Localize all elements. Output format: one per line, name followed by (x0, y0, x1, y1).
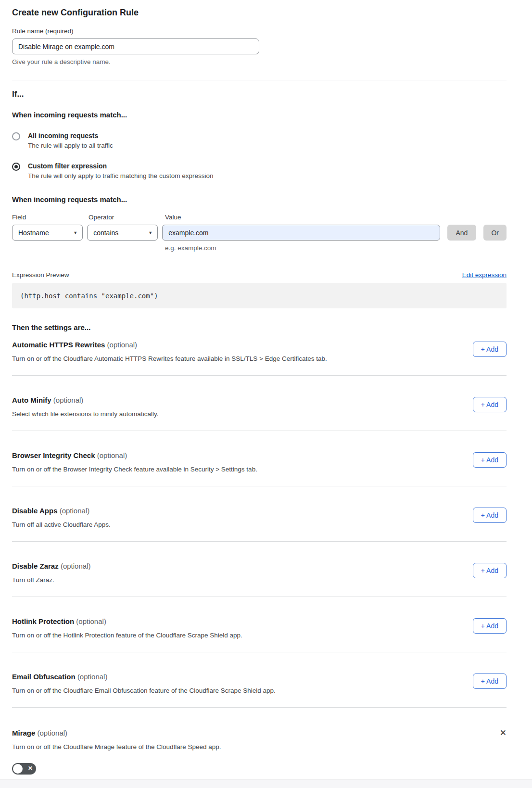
add-button[interactable]: + Add (473, 618, 507, 634)
setting-title: Hotlink Protection (optional) (12, 617, 473, 625)
rule-name-input[interactable] (12, 38, 259, 54)
expression-preview-label: Expression Preview (12, 271, 69, 279)
radio-unselected-icon[interactable] (12, 132, 20, 140)
setting-title: Disable Apps (optional) (12, 507, 473, 515)
setting-row: Automatic HTTPS Rewrites (optional) Turn… (12, 331, 507, 376)
setting-name: Email Obfuscation (12, 673, 76, 681)
add-button[interactable]: + Add (473, 508, 507, 523)
setting-description: Turn on or off the Cloudflare Automatic … (12, 355, 473, 362)
setting-row: Disable Apps (optional) Turn off all act… (12, 486, 507, 542)
setting-optional: (optional) (53, 396, 84, 404)
section-divider (12, 80, 507, 80)
radio-description: The rule will only apply to traffic matc… (28, 172, 213, 179)
settings-list: Automatic HTTPS Rewrites (optional) Turn… (12, 331, 507, 708)
radio-all-incoming-requests[interactable]: All incoming requests The rule will appl… (12, 132, 507, 149)
operator-label: Operator (89, 214, 165, 221)
setting-name: Mirage (12, 729, 35, 737)
setting-title: Email Obfuscation (optional) (12, 673, 473, 681)
setting-title: Browser Integrity Check (optional) (12, 451, 473, 459)
and-button[interactable]: And (447, 225, 477, 241)
setting-description: Turn on or off the Cloudflare Mirage fea… (12, 743, 507, 750)
edit-expression-link[interactable]: Edit expression (462, 271, 507, 279)
value-label: Value (165, 214, 181, 221)
setting-name: Disable Zaraz (12, 562, 59, 570)
setting-name: Auto Minify (12, 396, 51, 404)
radio-label: All incoming requests (28, 132, 113, 140)
create-configuration-rule-page: Create new Configuration Rule Rule name … (0, 0, 532, 788)
rule-name-label: Rule name (required) (12, 27, 507, 35)
toggle-off-icon: ✕ (28, 765, 33, 772)
setting-description: Turn off Zaraz. (12, 576, 473, 584)
chevron-down-icon: ▼ (73, 230, 77, 235)
builder-heading: When incoming requests match... (12, 195, 507, 203)
setting-name: Disable Apps (12, 507, 57, 515)
add-button[interactable]: + Add (473, 563, 507, 578)
if-heading: If... (12, 89, 507, 99)
setting-row: Disable Zaraz (optional) Turn off Zaraz.… (12, 542, 507, 597)
rule-name-help: Give your rule a descriptive name. (12, 58, 507, 65)
field-select-value: Hostname (18, 229, 49, 237)
setting-optional: (optional) (77, 673, 108, 681)
radio-description: The rule will apply to all traffic (28, 142, 113, 149)
expression-text: (http.host contains "example.com") (20, 292, 158, 300)
setting-optional: (optional) (76, 617, 106, 625)
setting-title: Automatic HTTPS Rewrites (optional) (12, 341, 473, 349)
page-title: Create new Configuration Rule (12, 7, 507, 18)
match-heading: When incoming requests match... (12, 111, 507, 119)
setting-row: Hotlink Protection (optional) Turn on or… (12, 597, 507, 652)
operator-select-value: contains (93, 229, 118, 237)
close-icon[interactable]: ✕ (500, 729, 507, 737)
setting-title: Disable Zaraz (optional) (12, 562, 473, 570)
radio-label: Custom filter expression (28, 162, 213, 170)
or-button[interactable]: Or (483, 225, 507, 241)
add-button[interactable]: + Add (473, 674, 507, 689)
radio-custom-filter-expression[interactable]: Custom filter expression The rule will o… (12, 162, 507, 179)
setting-description: Turn off all active Cloudflare Apps. (12, 521, 473, 528)
operator-select[interactable]: contains ▼ (87, 225, 158, 241)
setting-optional: (optional) (97, 451, 127, 459)
radio-selected-icon[interactable] (12, 163, 20, 171)
setting-title: Mirage (optional) (12, 729, 500, 737)
expression-preview-box: (http.host contains "example.com") (12, 283, 507, 308)
setting-name: Browser Integrity Check (12, 451, 95, 459)
then-heading: Then the settings are... (12, 323, 507, 331)
setting-optional: (optional) (61, 562, 91, 570)
setting-description: Select which file extensions to minify a… (12, 410, 473, 418)
footer-strip (0, 779, 532, 788)
setting-name: Hotlink Protection (12, 617, 74, 625)
setting-optional: (optional) (107, 341, 138, 349)
setting-optional: (optional) (60, 507, 90, 515)
setting-description: Turn on or off the Browser Integrity Che… (12, 466, 473, 473)
field-select[interactable]: Hostname ▼ (12, 225, 83, 241)
chevron-down-icon: ▼ (148, 230, 152, 235)
setting-row-mirage: Mirage (optional) ✕ Turn on or off the C… (12, 708, 507, 775)
value-hint: e.g. example.com (165, 244, 507, 252)
setting-row: Email Obfuscation (optional) Turn on or … (12, 652, 507, 708)
toggle-knob (13, 764, 23, 774)
setting-title: Auto Minify (optional) (12, 396, 473, 404)
setting-name: Automatic HTTPS Rewrites (12, 341, 105, 349)
add-button[interactable]: + Add (473, 397, 507, 412)
add-button[interactable]: + Add (473, 342, 507, 357)
field-label: Field (12, 214, 89, 221)
setting-row: Browser Integrity Check (optional) Turn … (12, 431, 507, 486)
setting-row: Auto Minify (optional) Select which file… (12, 376, 507, 431)
value-input[interactable] (162, 225, 440, 241)
setting-description: Turn on or off the Cloudflare Email Obfu… (12, 687, 473, 694)
setting-description: Turn on or off the Hotlink Protection fe… (12, 632, 473, 639)
mirage-toggle[interactable]: ✕ (12, 763, 36, 775)
add-button[interactable]: + Add (473, 452, 507, 468)
setting-optional: (optional) (38, 729, 68, 737)
